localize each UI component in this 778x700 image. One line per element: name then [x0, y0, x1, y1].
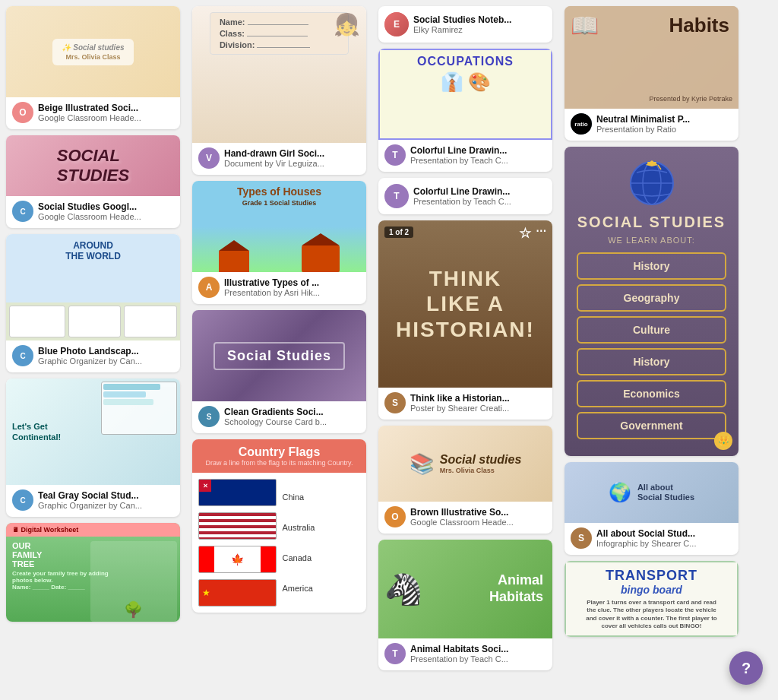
column-2: Name: Class: Division: 👧 V Hand-drawn Gi…	[186, 0, 372, 676]
country-australia: Australia	[283, 523, 361, 532]
card-subtitle-occupations: Presentation by Teach C...	[410, 156, 546, 165]
avatar-animal: T	[384, 643, 406, 664]
card-title-noteb: Social Studies Noteb...	[413, 14, 546, 25]
ss-tag-economics: Economics	[577, 380, 726, 407]
avatar-historian: S	[384, 392, 406, 413]
card-title-types: Illustrative Types of ...	[224, 277, 360, 288]
ss-tag-culture: Culture	[577, 316, 726, 344]
card-family-tree[interactable]: 🖥 Digital Worksheet OURFAMILYTREE Create…	[6, 523, 180, 622]
card-around-world[interactable]: AROUNDTHE WORLD C Blue Photo Landscap...…	[6, 234, 180, 372]
ss-tag-government: Government	[577, 412, 726, 439]
country-america: America	[283, 584, 361, 593]
card-title-beige: Beige Illustrated Soci...	[38, 103, 174, 113]
card-types-houses[interactable]: Types of Houses Grade 1 Social Studies A	[192, 181, 366, 304]
card-social-dark[interactable]: SOCIAL STUDIES WE LEARN ABOUT: History G…	[565, 147, 738, 456]
card-subtitle-colorful: Presentation by Teach C...	[413, 197, 546, 206]
card-subtitle-historian: Poster by Shearer Creati...	[410, 404, 546, 413]
bingo-instructions: Player 1 turns over a transport card and…	[586, 599, 716, 631]
card-title-brown: Brown Illustrative So...	[410, 507, 546, 518]
card-occupations[interactable]: OCCUPATIONS 👔 🎨 T Colorful Line Drawin..…	[378, 49, 552, 172]
types-subtitle: Grade 1 Social Studies	[192, 199, 366, 207]
animal-habitats-text: AnimalHabitats	[489, 572, 543, 605]
card-subtitle-soc-banner: Google Classroom Heade...	[38, 212, 174, 221]
card-clean-gradients[interactable]: Social Studies S Clean Gradients Soci...…	[192, 310, 366, 433]
card-subtitle-clean: Schoology Course Card b...	[224, 417, 360, 426]
card-subtitle-habits: Presentation by Ratio	[596, 125, 732, 134]
card-subtitle-noteb: Elky Ramirez	[413, 25, 546, 34]
avatar-soc-banner: C	[12, 201, 33, 222]
around-world-title: AROUNDTHE WORLD	[6, 240, 180, 261]
avatar-around: C	[12, 345, 33, 366]
ss-card-title: SOCIAL STUDIES	[577, 214, 726, 231]
avatar-occupations: T	[384, 144, 406, 166]
card-title-all-about: All about Social Stud...	[596, 528, 732, 539]
card-title-girl: Hand-drawn Girl Soci...	[224, 148, 360, 159]
card-title-animal: Animal Habitats Soci...	[410, 644, 546, 654]
ss-tag-history2: History	[577, 348, 726, 375]
country-china: China	[283, 493, 361, 502]
all-about-img-text: All aboutSocial Studies	[637, 483, 694, 502]
occupations-title: OCCUPATIONS	[417, 55, 514, 68]
card-subtitle-around: Graphic Organizer by Can...	[38, 356, 174, 366]
country-canada: Canada	[283, 553, 361, 562]
card-country-flags[interactable]: Country Flags Draw a line from the flag …	[192, 439, 366, 613]
types-title: Types of Houses	[192, 185, 366, 198]
ss-card-subtitle: WE LEARN ABOUT:	[608, 236, 695, 245]
flags-instruction: Draw a line from the flag to its matchin…	[198, 459, 360, 467]
card-title-lets: Teal Gray Social Stud...	[38, 490, 174, 501]
avatar-types: A	[198, 277, 220, 298]
card-social-banner[interactable]: SOCIALSTUDIES C Social Studies Googl... …	[6, 135, 180, 228]
star-icon[interactable]: ☆	[519, 225, 531, 242]
main-grid: ✨ Social studies Mrs. Olivia Class O Bei…	[0, 0, 778, 676]
help-button[interactable]: ?	[729, 651, 763, 685]
card-title-around: Blue Photo Landscap...	[38, 346, 174, 356]
card-brown-so[interactable]: 📚 Social studies Mrs. Olivia Class O Bro…	[378, 426, 552, 534]
card-all-about[interactable]: 🌍 All aboutSocial Studies S All about So…	[565, 462, 738, 555]
card-habits[interactable]: Habits Presented by Kyrie Petrake 📖 rati…	[565, 6, 738, 141]
card-historian[interactable]: THINKLIKE AHISTORIAN! 1 of 2 ☆ ⋯ S Think…	[378, 220, 552, 420]
avatar-colorful: T	[384, 184, 409, 208]
column-3: E Social Studies Noteb... Elky Ramirez O…	[372, 0, 558, 676]
card-title-occupations: Colorful Line Drawin...	[410, 145, 546, 156]
badge-1of2: 1 of 2	[384, 226, 413, 238]
card-subtitle-types: Presentation by Asri Hik...	[224, 288, 360, 297]
transport-title: TRANSPORT	[606, 568, 697, 584]
card-lets-get[interactable]: Let's GetContinental! C Teal Gray Social…	[6, 379, 180, 517]
ss-tag-geography: Geography	[577, 284, 726, 312]
ss-tag-history1: History	[577, 252, 726, 280]
brown-so-title: Social studies	[440, 453, 522, 467]
avatar-brown: O	[384, 506, 406, 527]
bingo-subtitle: bingo board	[621, 584, 682, 596]
habits-title: Habits	[669, 15, 729, 35]
card-title-soc-banner: Social Studies Googl...	[38, 201, 174, 212]
avatar-lets: C	[12, 489, 33, 511]
crown-badge: 👑	[714, 432, 732, 450]
card-girl-soci[interactable]: Name: Class: Division: 👧 V Hand-drawn Gi…	[192, 6, 366, 175]
card-title-colorful: Colorful Line Drawin...	[413, 186, 546, 197]
clean-grad-title: Social Studies	[227, 348, 331, 364]
globe-icon	[628, 159, 676, 207]
card-title-clean: Clean Gradients Soci...	[224, 407, 360, 417]
card-subtitle-brown: Google Classroom Heade...	[410, 518, 546, 527]
avatar-noteb: E	[384, 12, 409, 36]
card-title-habits: Neutral Minimalist P...	[596, 114, 732, 125]
avatar-all-about: S	[571, 527, 592, 549]
card-noteb[interactable]: E Social Studies Noteb... Elky Ramirez	[378, 6, 552, 43]
card-transport[interactable]: TRANSPORT bingo board Player 1 turns ove…	[565, 561, 738, 637]
card-title-historian: Think like a Historian...	[410, 393, 546, 404]
avatar-habits: ratio	[571, 113, 592, 135]
card-beige-soci[interactable]: ✨ Social studies Mrs. Olivia Class O Bei…	[6, 6, 180, 129]
card-subtitle-all-about: Infographic by Shearer C...	[596, 539, 732, 548]
flags-title: Country Flags	[198, 445, 360, 459]
more-options-icon[interactable]: ⋯	[536, 225, 546, 242]
card-colorful[interactable]: T Colorful Line Drawin... Presentation b…	[378, 178, 552, 214]
card-animal-habitats[interactable]: 🦓 AnimalHabitats T Animal Habitats Soci.…	[378, 540, 552, 670]
card-subtitle-lets: Graphic Organizer by Can...	[38, 501, 174, 510]
habits-presented: Presented by Kyrie Petrake	[649, 95, 732, 103]
avatar-girl: V	[198, 147, 220, 169]
avatar-clean: S	[198, 406, 220, 427]
avatar-beige: O	[12, 102, 33, 123]
card-subtitle-animal: Presentation by Teach C...	[410, 654, 546, 664]
card-subtitle-girl: Document by Vir Leguiza...	[224, 159, 360, 168]
card-subtitle-beige: Google Classroom Heade...	[38, 113, 174, 122]
